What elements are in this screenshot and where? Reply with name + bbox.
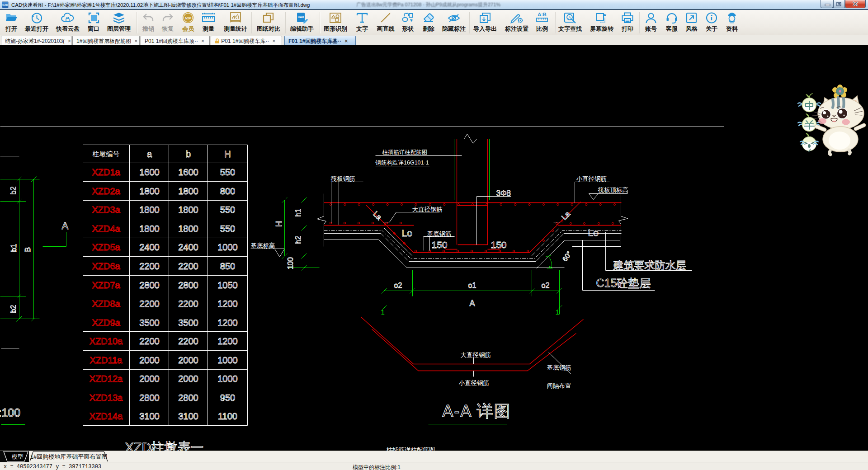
svg-text:550: 550 [220, 167, 235, 177]
svg-text:60°: 60° [561, 250, 573, 263]
svg-text:1000: 1000 [217, 242, 238, 252]
svg-text:h1: h1 [294, 209, 302, 217]
svg-text:大直径钢筋: 大直径钢筋 [412, 206, 443, 213]
svg-text:Lo: Lo [402, 228, 412, 238]
svg-text:550: 550 [220, 205, 235, 215]
svg-text:1600: 1600 [178, 167, 198, 177]
svg-text:XZD6a: XZD6a [92, 261, 120, 271]
svg-text:1800: 1800 [178, 186, 198, 196]
svg-text:a: a [147, 149, 152, 159]
svg-text:建筑要求防水层: 建筑要求防水层 [613, 259, 686, 271]
svg-text:3100: 3100 [139, 411, 160, 421]
svg-text:基底钢筋: 基底钢筋 [427, 230, 452, 237]
svg-text:b2: b2 [9, 187, 17, 195]
svg-text:XZD1a: XZD1a [92, 167, 120, 177]
svg-text:2200: 2200 [178, 336, 198, 346]
svg-text:1800: 1800 [178, 224, 198, 234]
svg-text:XZD14a: XZD14a [90, 411, 123, 421]
svg-text:A: A [62, 220, 69, 231]
svg-text:o2: o2 [394, 282, 402, 289]
svg-text:2400: 2400 [178, 242, 198, 252]
svg-text:基底标高: 基底标高 [251, 242, 275, 249]
svg-text:Lo: Lo [588, 227, 599, 238]
svg-text:,: , [472, 446, 474, 451]
svg-text:C15砼垫层: C15砼垫层 [596, 277, 651, 289]
svg-text:800: 800 [220, 186, 235, 196]
svg-text:h2: h2 [294, 236, 302, 244]
svg-text:2200: 2200 [178, 299, 198, 309]
svg-text:筏板顶标高: 筏板顶标高 [598, 187, 629, 193]
svg-text:柱托筋详柱配筋图: 柱托筋详柱配筋图 [387, 446, 435, 451]
svg-text:B: B [24, 247, 32, 252]
svg-text:3500: 3500 [139, 318, 160, 328]
svg-text:XZD2a: XZD2a [92, 186, 120, 196]
svg-text:H: H [274, 221, 283, 227]
svg-text:1000: 1000 [217, 374, 238, 384]
svg-text:1200: 1200 [217, 318, 238, 328]
svg-text:1100: 1100 [218, 411, 237, 421]
svg-text:XZD3a: XZD3a [92, 205, 120, 215]
svg-text:1800: 1800 [178, 205, 198, 215]
svg-text:XZD11a: XZD11a [90, 355, 123, 365]
svg-text:2000: 2000 [178, 355, 198, 365]
svg-text:柱插筋详柱配筋图: 柱插筋详柱配筋图 [382, 149, 428, 155]
svg-text:o2: o2 [542, 282, 550, 289]
svg-text:XZD10a: XZD10a [90, 336, 123, 346]
svg-text:2200: 2200 [178, 261, 198, 271]
svg-text:小直径钢筋: 小直径钢筋 [576, 175, 607, 182]
svg-text:b: b [186, 149, 191, 159]
svg-text:850: 850 [220, 261, 235, 271]
svg-text:3500: 3500 [178, 318, 198, 328]
svg-text:150: 150 [491, 240, 507, 250]
svg-text:筏板钢筋: 筏板钢筋 [331, 175, 355, 182]
svg-text:基底钢筋: 基底钢筋 [547, 364, 571, 371]
svg-text:1800: 1800 [139, 186, 160, 196]
svg-text:XZD4a: XZD4a [92, 224, 120, 234]
svg-text:A-A 详图: A-A 详图 [443, 402, 511, 420]
svg-text:La: La [560, 209, 572, 221]
svg-text:1: 1 [381, 308, 385, 316]
svg-text:A: A [568, 15, 571, 20]
svg-text:2800: 2800 [178, 393, 198, 403]
svg-text:大直径钢筋: 大直径钢筋 [461, 352, 491, 358]
svg-text:1800: 1800 [139, 224, 160, 234]
svg-text:小直径钢筋: 小直径钢筋 [459, 380, 490, 386]
svg-text:1: 1 [556, 308, 559, 316]
svg-text:模型: 模型 [11, 453, 24, 460]
svg-text:柱墩编号: 柱墩编号 [93, 150, 120, 158]
svg-text:1800: 1800 [139, 205, 160, 215]
svg-text:2000: 2000 [139, 355, 160, 365]
svg-text:950: 950 [220, 393, 235, 403]
svg-text:550: 550 [220, 224, 235, 234]
svg-text:A: A [469, 299, 475, 308]
svg-text:XZD柱墩表一: XZD柱墩表一 [125, 440, 204, 451]
svg-text:XZD8a: XZD8a [92, 299, 120, 309]
svg-text:100: 100 [287, 257, 294, 269]
svg-text:XZD12a: XZD12a [90, 374, 123, 384]
svg-text:2800: 2800 [139, 393, 160, 403]
svg-text:1200: 1200 [217, 336, 238, 346]
svg-text:1000: 1000 [217, 355, 238, 365]
svg-text:1050: 1050 [217, 280, 238, 290]
svg-text:b2: b2 [9, 305, 17, 313]
svg-text:1600: 1600 [139, 167, 160, 177]
svg-text:H: H [224, 149, 231, 159]
svg-text:1#回购楼地库基础平面布置图: 1#回购楼地库基础平面布置图 [30, 453, 107, 460]
svg-text:XZD13a: XZD13a [90, 393, 123, 403]
svg-text:o1: o1 [468, 282, 476, 289]
svg-text:XZD9a: XZD9a [92, 318, 120, 328]
svg-text:3Φ8: 3Φ8 [496, 189, 511, 197]
svg-text:钢筋构造详16G101-1: 钢筋构造详16G101-1 [375, 160, 429, 166]
svg-text::100: :100 [0, 406, 20, 419]
svg-text:2000: 2000 [178, 374, 198, 384]
svg-text:2800: 2800 [139, 280, 160, 290]
svg-text:2000: 2000 [139, 374, 160, 384]
svg-text:2200: 2200 [139, 299, 160, 309]
svg-text:2200: 2200 [139, 261, 160, 271]
svg-text:2400: 2400 [139, 242, 160, 252]
svg-text:La: La [371, 210, 383, 222]
svg-text:1200: 1200 [217, 299, 238, 309]
svg-text:2200: 2200 [139, 336, 160, 346]
svg-text:间隔布置: 间隔布置 [547, 382, 571, 389]
svg-text:3100: 3100 [178, 411, 198, 421]
